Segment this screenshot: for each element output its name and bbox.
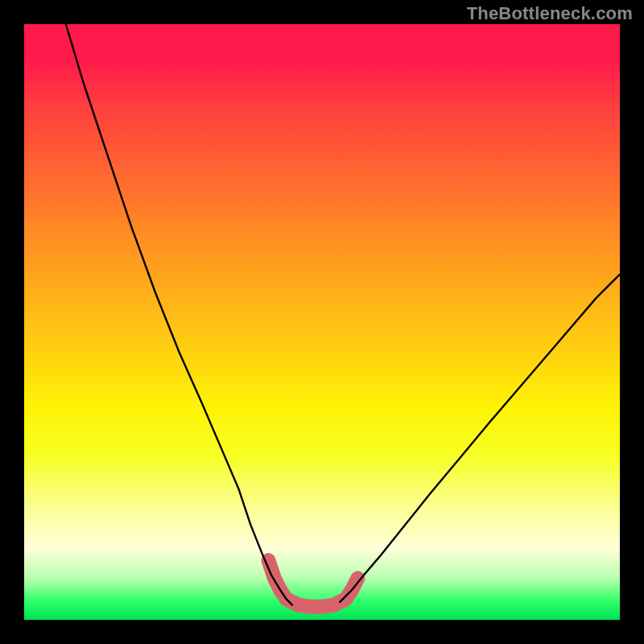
curves-svg xyxy=(24,24,620,620)
plot-area xyxy=(24,24,620,620)
right-curve-path xyxy=(340,275,620,602)
watermark-text: TheBottleneck.com xyxy=(467,3,633,24)
left-curve-path xyxy=(66,24,292,605)
chart-stage: TheBottleneck.com xyxy=(0,0,644,644)
bottom-band-path xyxy=(268,560,357,607)
